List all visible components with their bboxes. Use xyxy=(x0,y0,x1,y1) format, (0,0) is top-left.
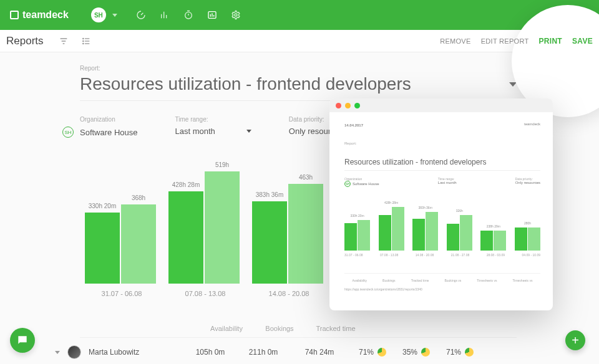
row-tracked: 74h 24m xyxy=(288,348,351,357)
brand-logo[interactable]: teamdeck xyxy=(10,9,69,21)
bar-value: 428h 28m xyxy=(168,181,203,188)
chart-icon[interactable] xyxy=(207,10,217,20)
bell-icon[interactable] xyxy=(553,10,563,20)
max-dot-icon[interactable] xyxy=(354,103,360,108)
edit-report-button[interactable]: EDIT REPORT xyxy=(481,37,529,45)
bar-value: 368h xyxy=(121,194,156,201)
svg-point-4 xyxy=(82,41,83,41)
list-icon[interactable] xyxy=(81,36,91,46)
org-value: Software House xyxy=(80,128,138,137)
table-row[interactable]: Marta Lubowitz 105h 0m 211h 0m 74h 24m 7… xyxy=(80,337,517,364)
svg-point-3 xyxy=(82,38,83,39)
time-range-select[interactable]: Last month xyxy=(175,127,251,136)
org-badge[interactable]: SH xyxy=(91,7,106,22)
topbar: teamdeck SH JP xyxy=(0,0,599,30)
preview-report-label: Report: xyxy=(344,141,540,145)
preview-date: 14.04.2017 xyxy=(344,123,363,127)
save-button[interactable]: SAVE xyxy=(572,37,593,46)
filter-icon[interactable] xyxy=(59,36,69,46)
svg-point-5 xyxy=(82,43,83,44)
user-avatar[interactable]: JP xyxy=(574,7,589,22)
chat-button[interactable] xyxy=(10,328,35,353)
expand-icon[interactable] xyxy=(55,351,60,354)
chevron-down-icon xyxy=(509,82,517,87)
remove-button[interactable]: REMOVE xyxy=(440,37,470,45)
bar-value: 463h xyxy=(288,174,323,181)
gear-icon[interactable] xyxy=(231,10,241,20)
bar-timesheets-2: 519h xyxy=(205,171,240,284)
org-chip: SH xyxy=(62,127,74,138)
chat-icon xyxy=(16,334,29,347)
row-pct2: 35% xyxy=(402,348,417,357)
org-dropdown-icon[interactable] xyxy=(112,14,117,17)
legend-bookings: Bookings xyxy=(255,325,304,332)
legend-tracked: Tracked time xyxy=(304,325,367,332)
svg-point-2 xyxy=(235,14,237,16)
preview-body: 14.04.2017 teamdeck Report: Resources ut… xyxy=(329,112,553,297)
svg-point-0 xyxy=(185,12,192,19)
time-range-label: Time range: xyxy=(175,116,251,123)
row-bookings: 211h 0m xyxy=(238,348,288,357)
donut-icon xyxy=(465,348,474,357)
report-title-text: Resources utilization - frontend develop… xyxy=(80,74,411,94)
bar-value: 519h xyxy=(205,161,240,168)
topbar-nav xyxy=(136,10,241,20)
preview-title: Resources utilization - frontend develop… xyxy=(344,158,540,171)
preview-legend: AvailabilityBookingsTracked timeBookings… xyxy=(344,273,540,282)
legend-row: Availability Bookings Tracked time xyxy=(80,325,517,332)
subbar: Reports REMOVE EDIT REPORT PRINT SAVE xyxy=(0,30,599,52)
bar-bookings-3: 383h 36m xyxy=(252,201,287,284)
time-range-value: Last month xyxy=(175,127,215,136)
preview-brand: teamdeck xyxy=(524,122,540,126)
preview-filters: OrganizationSHSoftware House Time range:… xyxy=(344,177,540,187)
bar-value: 330h 20m xyxy=(85,203,120,209)
print-button[interactable]: PRINT xyxy=(539,37,563,46)
timer-icon[interactable] xyxy=(183,10,193,20)
close-dot-icon[interactable] xyxy=(336,103,341,108)
x-tick: 31.07 - 06.08 xyxy=(80,290,163,297)
bar-timesheets-1: 368h xyxy=(121,204,156,284)
x-tick: 07.08 - 13.08 xyxy=(163,290,247,297)
x-tick: 14.08 - 20.08 xyxy=(247,290,331,297)
avatar xyxy=(67,345,81,359)
brand-text: teamdeck xyxy=(22,9,69,21)
print-preview-window[interactable]: 14.04.2017 teamdeck Report: Resources ut… xyxy=(329,98,553,310)
bars-icon[interactable] xyxy=(160,10,170,20)
preview-xaxis: 31.07 - 06.0807.08 - 13.0814.08 - 20.082… xyxy=(344,253,540,257)
donut-icon xyxy=(377,348,386,357)
min-dot-icon[interactable] xyxy=(345,103,351,108)
gauge-icon[interactable] xyxy=(136,10,146,20)
logo-icon xyxy=(10,11,19,19)
bar-bookings-1: 330h 20m xyxy=(85,213,120,284)
bar-timesheets-3: 463h xyxy=(288,184,323,284)
donut-icon xyxy=(421,348,430,357)
preview-chart: 330h 20m 428h 28m 383h 36m 326h 238h 29m… xyxy=(344,201,540,251)
row-pct3: 71% xyxy=(446,348,461,357)
chevron-down-icon xyxy=(246,130,251,133)
row-pct1: 71% xyxy=(359,348,374,357)
preview-url: https://app.teamdeck.io/organizations/28… xyxy=(344,287,540,291)
report-label: Report: xyxy=(80,65,517,72)
org-label: Organization xyxy=(80,116,138,123)
page-title: Reports xyxy=(6,35,44,47)
preview-title-bar xyxy=(329,98,553,112)
bar-value: 383h 36m xyxy=(252,191,287,198)
bar-bookings-2: 428h 28m xyxy=(168,191,203,284)
report-title-select[interactable]: Resources utilization - frontend develop… xyxy=(80,72,517,101)
legend-availability: Availability xyxy=(198,325,255,332)
row-name: Marta Lubowitz xyxy=(89,348,182,357)
add-button[interactable]: + xyxy=(565,330,585,350)
row-availability: 105h 0m xyxy=(182,348,238,357)
